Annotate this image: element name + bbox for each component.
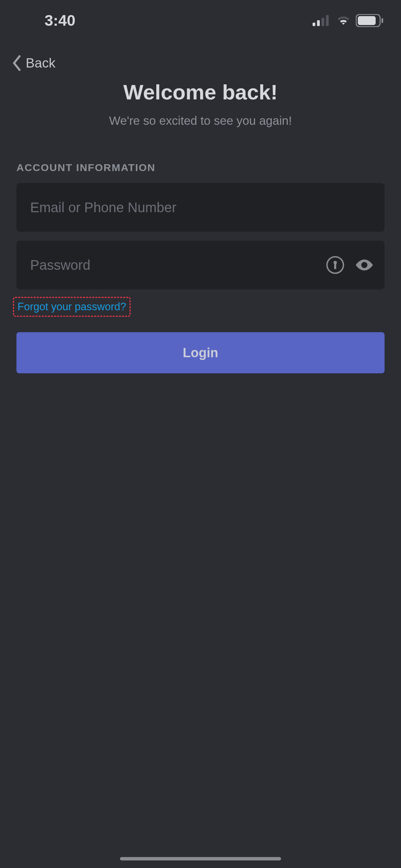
forgot-password-link[interactable]: Forgot your password? [13,297,131,317]
form-section-label: ACCOUNT INFORMATION [16,162,385,173]
cellular-signal-icon [313,15,331,26]
status-bar: 3:40 [0,0,401,38]
page-subtitle: We're so excited to see you again! [14,114,387,128]
nav-bar: Back [0,38,401,78]
svg-rect-5 [358,16,376,25]
wifi-icon [336,15,351,26]
battery-icon [356,14,384,27]
svg-point-10 [361,262,367,268]
svg-rect-0 [313,23,315,26]
page-title: Welcome back! [14,80,387,104]
chevron-left-icon[interactable] [12,55,22,71]
svg-rect-9 [334,264,336,269]
svg-rect-6 [381,18,383,23]
login-form: ACCOUNT INFORMATION Forgot your password… [0,145,401,373]
password-key-icon[interactable] [326,256,344,274]
status-icons [313,14,384,27]
home-indicator[interactable] [120,857,281,860]
eye-icon[interactable] [354,258,374,272]
svg-rect-1 [317,20,320,26]
status-time: 3:40 [45,12,75,29]
email-field[interactable] [16,183,385,232]
svg-rect-3 [326,15,329,26]
password-wrapper [16,241,385,289]
header-section: Welcome back! We're so excited to see yo… [0,78,401,145]
back-button-label[interactable]: Back [26,56,56,71]
svg-rect-2 [321,18,324,26]
login-button[interactable]: Login [16,332,385,373]
password-input-icons [326,256,374,274]
